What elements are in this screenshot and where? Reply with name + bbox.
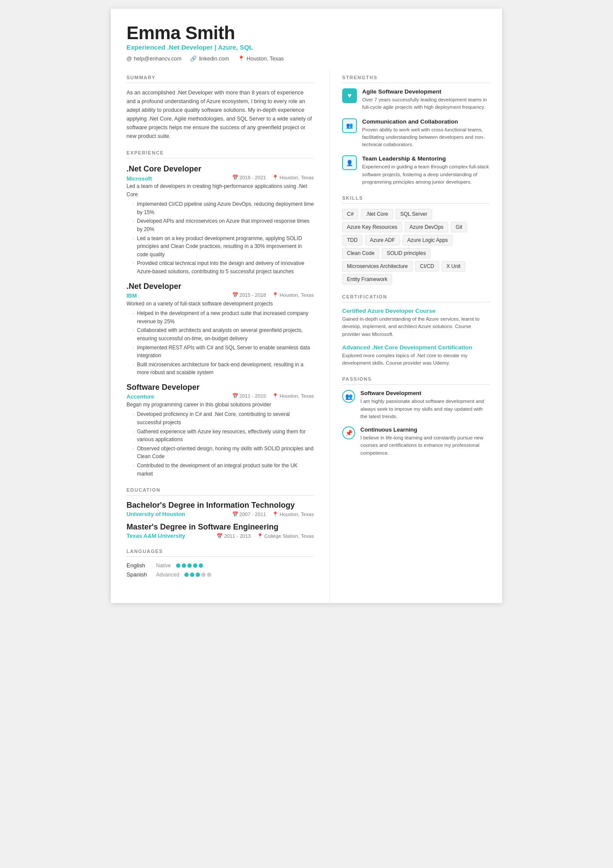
- job-2-location: 📍 Houston, Texas: [272, 292, 314, 298]
- passion-1-desc: I am highly passionate about software de…: [360, 398, 490, 420]
- passions-label: PASSIONS: [342, 376, 490, 385]
- right-column: STRENGTHS ♥ Agile Software Development O…: [330, 70, 502, 603]
- job-2: .Net Developer IBM 📅 2015 - 2018 📍 Houst…: [127, 282, 314, 377]
- job-1-title: .Net Core Developer: [127, 164, 314, 174]
- dot: [176, 563, 180, 568]
- education-label: EDUCATION: [127, 487, 314, 496]
- job-2-company: IBM: [127, 292, 137, 299]
- resume-container: Emma Smith Experienced .Net Developer | …: [111, 9, 502, 603]
- strength-2-title: Communication and Collaboration: [362, 118, 490, 125]
- calendar-icon-edu2: 📅: [217, 533, 223, 539]
- skill-tag: C#: [342, 209, 358, 219]
- list-item: Built microservices architecture for bac…: [133, 361, 314, 377]
- location-icon: 📍: [238, 55, 245, 62]
- job-2-desc: Worked on a variety of full-stack softwa…: [127, 300, 314, 308]
- cert-2-desc: Explored more complex topics of .Net cor…: [342, 352, 490, 367]
- edu-2-years: 📅 2011 - 2013: [217, 533, 250, 539]
- strengths-section: STRENGTHS ♥ Agile Software Development O…: [342, 75, 490, 186]
- experience-section: EXPERIENCE .Net Core Developer Microsoft…: [127, 150, 314, 478]
- passion-2-desc: I believe in life-long learning and cons…: [360, 434, 490, 457]
- passion-1-icon: 👥: [342, 390, 355, 403]
- lang-spanish-name: Spanish: [127, 571, 153, 578]
- location-icon-edu1: 📍: [272, 511, 278, 517]
- strength-3-text: Team Leadership & Mentoring Experienced …: [362, 155, 490, 186]
- skill-tag: .Net Core: [361, 209, 393, 219]
- candidate-title: Experienced .Net Developer | Azure, SQL: [127, 44, 486, 51]
- skills-label: SKILLS: [342, 195, 490, 204]
- calendar-icon: 📅: [232, 174, 238, 181]
- passion-1-title: Software Development: [360, 390, 490, 396]
- edu-1-school: University of Houston: [127, 511, 185, 517]
- calendar-icon-2: 📅: [232, 292, 238, 298]
- dot: [193, 563, 197, 568]
- strength-2-text: Communication and Collaboration Proven a…: [362, 118, 490, 149]
- dot: [201, 573, 206, 577]
- job-3-desc: Began my programming career in this glob…: [127, 401, 314, 409]
- dot: [207, 573, 211, 577]
- job-3-location: 📍 Houston, Texas: [272, 393, 314, 399]
- job-2-meta: 📅 2015 - 2018 📍 Houston, Texas: [232, 292, 314, 298]
- cert-2-title: Advanced .Net Core Development Certifica…: [342, 344, 490, 351]
- skill-tag: Azure Logic Apps: [403, 235, 453, 245]
- skill-tag: X Unit: [442, 261, 466, 271]
- list-item: Collaborated with architects and analyst…: [133, 326, 314, 342]
- list-item: Developed APIs and microservices on Azur…: [133, 217, 314, 233]
- edu-2-location: 📍 College Station, Texas: [257, 533, 314, 539]
- passions-section: PASSIONS 👥 Software Development I am hig…: [342, 376, 490, 457]
- list-item: Contributed to the development of an int…: [133, 462, 314, 478]
- list-item: Observed object-oriented design, honing …: [133, 445, 314, 461]
- list-item: Helped in the development of a new produ…: [133, 309, 314, 325]
- strength-3-desc: Experienced in guiding a team through co…: [362, 163, 490, 186]
- lang-english-level: Native: [156, 563, 171, 569]
- strength-1: ♥ Agile Software Development Over 7 year…: [342, 88, 490, 111]
- cert-1: Certified Azure Developer Course Gained …: [342, 308, 490, 338]
- experience-label: EXPERIENCE: [127, 150, 314, 158]
- edu-2-meta: 📅 2011 - 2013 📍 College Station, Texas: [217, 533, 314, 539]
- strength-1-text: Agile Software Development Over 7 years …: [362, 88, 490, 111]
- strengths-label: STRENGTHS: [342, 75, 490, 83]
- candidate-name: Emma Smith: [127, 23, 486, 44]
- job-3-title: Software Developer: [127, 383, 314, 392]
- strength-2-icon: 👥: [342, 118, 357, 133]
- languages-section: LANGUAGES English Native: [127, 549, 314, 580]
- list-item: Provided critical technical input into t…: [133, 259, 314, 275]
- strength-2: 👥 Communication and Collaboration Proven…: [342, 118, 490, 149]
- passion-1: 👥 Software Development I am highly passi…: [342, 390, 490, 420]
- skill-tag: CI/CD: [415, 261, 439, 271]
- passion-2-text: Continuous Learning I believe in life-lo…: [360, 426, 490, 457]
- strength-3-icon: 👤: [342, 155, 357, 170]
- location-icon-1: 📍: [272, 174, 278, 181]
- job-3-years: 📅 2011 - 2015: [232, 393, 266, 399]
- edu-1-meta: 📅 2007 - 2011 📍 Houston, Texas: [232, 511, 314, 517]
- skill-tag: Azure Key Resources: [342, 222, 402, 232]
- job-1-location: 📍 Houston, Texas: [272, 174, 314, 181]
- job-2-bullets: Helped in the development of a new produ…: [127, 309, 314, 377]
- job-1-meta: 📅 2018 - 2021 📍 Houston, Texas: [232, 174, 314, 181]
- strength-3: 👤 Team Leadership & Mentoring Experience…: [342, 155, 490, 186]
- cert-1-title: Certified Azure Developer Course: [342, 308, 490, 314]
- job-1-bullets: Implemented CI/CD pipeline using Azure D…: [127, 200, 314, 275]
- edu-1-years: 📅 2007 - 2011: [232, 511, 266, 517]
- main-content: SUMMARY As an accomplished .Net Develope…: [111, 70, 502, 603]
- dot: [184, 573, 189, 577]
- job-3: Software Developer Accenture 📅 2011 - 20…: [127, 383, 314, 478]
- passion-1-text: Software Development I am highly passion…: [360, 390, 490, 420]
- header: Emma Smith Experienced .Net Developer | …: [111, 9, 502, 70]
- job-3-meta: 📅 2011 - 2015 📍 Houston, Texas: [232, 393, 314, 399]
- link-icon: 🔗: [190, 55, 197, 62]
- cert-1-desc: Gained in-depth understanding of the Azu…: [342, 315, 490, 338]
- summary-text: As an accomplished .Net Developer with m…: [127, 88, 314, 141]
- edu-1-degree: Bachelor's Degree in Information Technol…: [127, 501, 314, 510]
- email-contact: @ help@enhancv.com: [127, 55, 181, 62]
- list-item: Implemented REST APIs with C# and SQL Se…: [133, 344, 314, 360]
- summary-section: SUMMARY As an accomplished .Net Develope…: [127, 75, 314, 141]
- location-icon-2: 📍: [272, 292, 278, 298]
- calendar-icon-3: 📅: [232, 393, 238, 399]
- job-1: .Net Core Developer Microsoft 📅 2018 - 2…: [127, 164, 314, 276]
- list-item: Led a team on a key product development …: [133, 235, 314, 259]
- lang-english-dots: [176, 563, 203, 568]
- job-1-desc: Led a team of developers in creating hig…: [127, 182, 314, 198]
- certification-section: CERTIFICATION Certified Azure Developer …: [342, 294, 490, 367]
- job-2-years: 📅 2015 - 2018: [232, 292, 266, 298]
- education-section: EDUCATION Bachelor's Degree in Informati…: [127, 487, 314, 539]
